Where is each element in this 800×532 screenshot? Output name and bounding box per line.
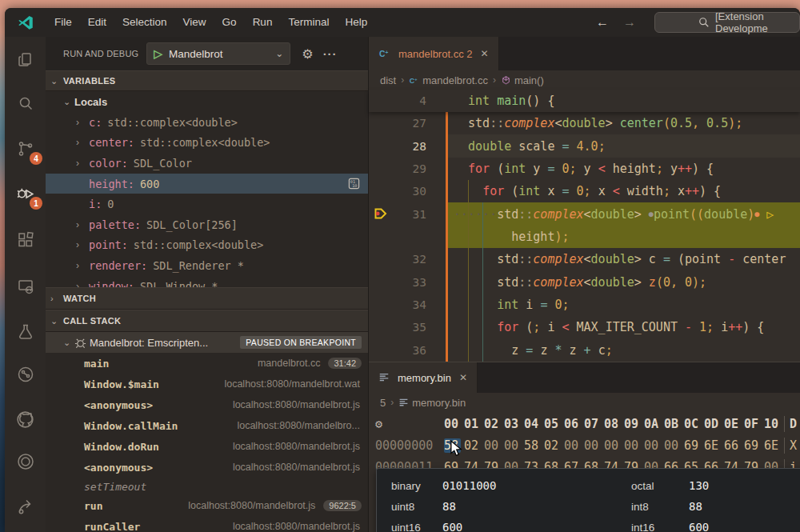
hex-byte[interactable]: 02: [544, 438, 564, 453]
breadcrumb-folder[interactable]: dist: [380, 74, 396, 86]
gutter[interactable]: 28: [369, 134, 446, 157]
tab-memory-bin[interactable]: memory.bin ✕: [369, 362, 478, 393]
code-line-27[interactable]: 27 std::complex<double> center(0.5, 0.5)…: [369, 112, 800, 134]
gutter[interactable]: 29: [369, 158, 446, 180]
variable-row-renderer[interactable]: ›renderer:SDL_Renderer *: [46, 255, 368, 276]
menu-item-file[interactable]: File: [46, 8, 80, 37]
breadcrumb-folder[interactable]: 5: [380, 397, 386, 409]
hex-byte[interactable]: 00: [604, 438, 624, 453]
code-content[interactable]: std::complex<double> z(0, 0);: [446, 271, 800, 294]
gutter[interactable]: 35: [369, 316, 446, 338]
code-line-34[interactable]: 34 int i = 0;: [369, 294, 800, 316]
activity-item-remote-explorer[interactable]: [5, 269, 46, 304]
variable-row-height[interactable]: height:6000110: [46, 174, 368, 194]
close-icon[interactable]: ✕: [459, 372, 467, 383]
activity-item-source-control[interactable]: 4: [5, 131, 46, 166]
hex-row-00000000[interactable]: 00000000580200005802000000000000696E6669…: [369, 434, 800, 456]
stack-frame-run[interactable]: runlocalhost:8080/mandelbrot.js9622:5: [46, 495, 368, 516]
code-line-32[interactable]: 32 std::complex<double> c = (point - cen…: [369, 248, 800, 270]
paused-breakpoint-arrow-icon[interactable]: [374, 206, 389, 224]
code-content[interactable]: z = z * z + c;: [446, 339, 800, 362]
variable-row-palette[interactable]: ›palette:SDL_Color[256]: [46, 214, 368, 235]
variable-row-window[interactable]: ›window:SDL_Window *: [46, 276, 368, 287]
activity-item-testing[interactable]: [5, 314, 46, 350]
gutter[interactable]: 34: [369, 294, 446, 316]
debug-config-dropdown[interactable]: ▷ Mandelbrot ⌄: [146, 42, 290, 65]
menu-item-help[interactable]: Help: [337, 8, 375, 37]
variable-row-center[interactable]: ›center:std::complex<double>: [46, 133, 368, 154]
activity-item-explorer[interactable]: [5, 42, 46, 78]
hex-byte[interactable]: 66: [724, 438, 744, 453]
variable-row-point[interactable]: ›point:std::complex<double>: [46, 235, 368, 256]
menu-item-edit[interactable]: Edit: [80, 8, 114, 37]
hex-byte[interactable]: 00: [624, 438, 644, 453]
menu-item-go[interactable]: Go: [214, 8, 245, 37]
stack-frame-setTimeout[interactable]: setTimeout: [46, 478, 368, 495]
nav-back-icon[interactable]: ←: [596, 15, 609, 30]
stack-frame-anonymous[interactable]: <anonymous>localhost:8080/mandelbrot.js: [46, 457, 368, 478]
activity-item-copilot[interactable]: [5, 444, 46, 479]
stack-frame-Window.callMain[interactable]: Window.callMainlocalhost:8080/mandelbro.…: [46, 415, 368, 436]
hex-byte[interactable]: 69: [744, 438, 764, 453]
view-binary-data-icon[interactable]: 0110: [348, 178, 360, 192]
breadcrumb-file[interactable]: mandelbrot.cc: [422, 74, 488, 86]
hex-byte[interactable]: 00: [644, 438, 664, 453]
code-line-30[interactable]: 30 for (int x = 0; x < width; x++) {: [369, 180, 800, 202]
activity-item-run-and-debug[interactable]: 1: [5, 176, 46, 211]
variable-row-c[interactable]: ›c:std::complex<double>: [46, 112, 368, 133]
stack-frame-runCaller[interactable]: runCallerlocalhost:8080/mandelbrot.js: [46, 516, 368, 532]
call-stack-section-header[interactable]: ⌄ CALL STACK: [46, 310, 368, 332]
gear-icon[interactable]: ⚙: [375, 417, 382, 431]
code-content[interactable]: double scale = 4.0;: [446, 134, 800, 157]
breadcrumb-symbol[interactable]: main(): [514, 74, 544, 86]
gutter[interactable]: [369, 226, 446, 248]
code-content[interactable]: ······std::complex<double> ●point((doubl…: [446, 202, 800, 225]
hex-byte[interactable]: 00: [504, 438, 524, 453]
gear-icon[interactable]: ⚙: [302, 46, 313, 62]
more-actions-icon[interactable]: ···: [323, 47, 338, 61]
code-content[interactable]: for (int y = 0; y < height; y++) {: [446, 158, 800, 180]
watch-section-header[interactable]: › WATCH: [46, 287, 368, 310]
hex-byte[interactable]: 69: [684, 438, 704, 453]
gutter[interactable]: 27: [369, 112, 446, 134]
stack-frame-Window.doRun[interactable]: Window.doRunlocalhost:8080/mandelbrot.js: [46, 436, 368, 457]
hex-byte[interactable]: 58: [524, 438, 544, 453]
nav-forward-icon[interactable]: →: [623, 15, 636, 30]
code-line-36[interactable]: 36 z = z * z + c;: [369, 339, 800, 362]
gutter[interactable]: 30: [369, 180, 446, 202]
code-line-31[interactable]: 31······std::complex<double> ●point((dou…: [369, 202, 800, 225]
gutter[interactable]: 31: [369, 202, 446, 225]
stack-frame-Window.$main[interactable]: Window.$mainlocalhost:8080/mandelbrot.wa…: [46, 374, 368, 394]
menu-item-view[interactable]: View: [175, 8, 214, 37]
variables-section-header[interactable]: ⌄ VARIABLES: [46, 70, 368, 91]
stack-frame-main[interactable]: mainmandelbrot.cc31:42: [46, 353, 368, 374]
hex-byte[interactable]: 00: [484, 438, 504, 453]
code-content[interactable]: std::complex<double> c = (point - center: [446, 248, 800, 270]
menu-item-selection[interactable]: Selection: [114, 8, 175, 37]
tab-mandelbrot-cc[interactable]: C+ mandelbrot.cc 2 ✕: [369, 37, 499, 70]
code-content[interactable]: std::complex<double> center(0.5, 0.5);: [446, 112, 800, 134]
gutter[interactable]: 36: [369, 339, 446, 362]
code-editor[interactable]: 27 std::complex<double> center(0.5, 0.5)…: [369, 112, 800, 362]
code-content[interactable]: for (int x = 0; x < width; x++) {: [446, 180, 800, 202]
menu-item-run[interactable]: Run: [245, 8, 281, 37]
hex-byte[interactable]: 00: [564, 438, 584, 453]
stack-frame-anonymous[interactable]: <anonymous>localhost:8080/mandelbrot.js: [46, 394, 368, 415]
start-debugging-icon[interactable]: ▷: [154, 47, 162, 60]
code-line-wrap[interactable]: height);: [369, 226, 800, 248]
hex-byte[interactable]: 00: [664, 438, 684, 453]
hex-byte[interactable]: 00: [584, 438, 604, 453]
code-line-35[interactable]: 35 for (; i < MAX_ITER_COUNT - 1; i++) {: [369, 316, 800, 338]
variable-row-i[interactable]: i:0: [46, 194, 368, 214]
breadcrumb[interactable]: dist › C+ mandelbrot.cc › main(): [369, 70, 800, 90]
activity-item-github[interactable]: [5, 402, 46, 437]
variable-row-color[interactable]: ›color:SDL_Color: [46, 153, 368, 174]
code-line-29[interactable]: 29 for (int y = 0; y < height; y++) {: [369, 158, 800, 180]
activity-item-live-share[interactable]: [5, 488, 46, 523]
activity-item-search[interactable]: [5, 86, 46, 122]
activity-item-extensions[interactable]: [5, 222, 46, 258]
activity-item-source-control-graph[interactable]: [5, 357, 46, 392]
hex-byte[interactable]: 6E: [704, 438, 724, 453]
code-line-33[interactable]: 33 std::complex<double> z(0, 0);: [369, 271, 800, 294]
scope-row-locals[interactable]: ⌄ Locals: [46, 91, 368, 112]
